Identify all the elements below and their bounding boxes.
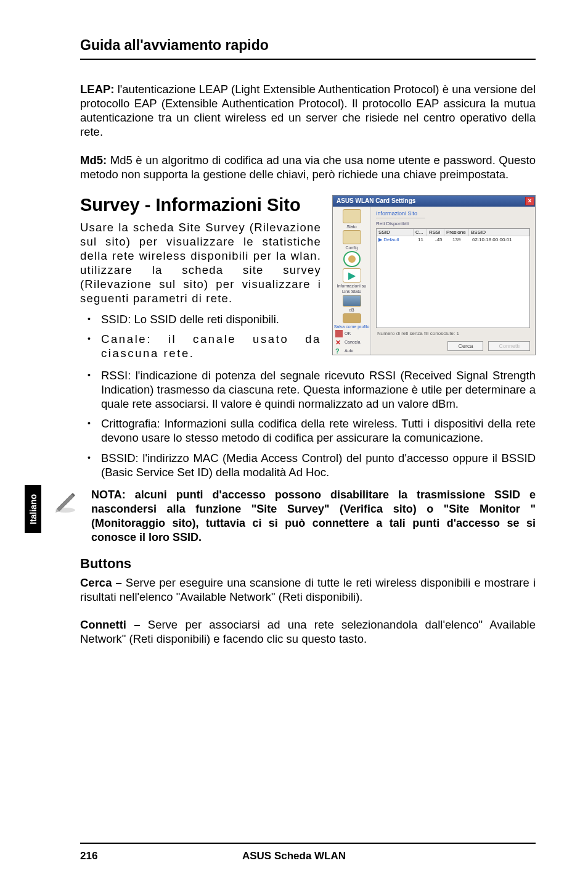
connetti-text: Serve per associarsi ad una rete selezio…	[80, 618, 536, 645]
question-icon: ?	[335, 347, 343, 355]
cerca-button[interactable]: Cerca	[447, 341, 483, 351]
network-table: SSID C... RSSI Presione BSSID ▶ Default …	[376, 228, 530, 328]
connetti-label: Connetti –	[80, 618, 141, 631]
sidebar-arrow-icon[interactable]: ▶	[343, 268, 361, 283]
th-ssid[interactable]: SSID	[377, 229, 414, 236]
th-rssi[interactable]: RSSI	[427, 229, 444, 236]
md5-text: Md5 è un algoritmo di codifica ad una vi…	[80, 154, 536, 181]
two-column-block: Survey - Informazioni Sito Usare la sche…	[80, 195, 536, 366]
cerca-label: Cerca –	[80, 576, 122, 589]
footer-title: ASUS Scheda WLAN	[242, 850, 346, 862]
bullet-canale: Canale: il canale usato da ciascuna rete…	[80, 332, 321, 360]
buttons-heading: Buttons	[80, 556, 536, 572]
header-rule	[80, 59, 536, 60]
rssi-text: l'indicazione di potenza del segnale ric…	[101, 369, 536, 410]
auto-label: Auto	[345, 349, 353, 353]
settings-screenshot: ASUS WLAN Card Settings × Stato Config ▶…	[332, 195, 536, 355]
bullet-list-left: SSID: Lo SSID delle reti disponibili. Ca…	[80, 312, 321, 360]
canale-label: Canale:	[101, 332, 152, 345]
pencil-icon	[53, 488, 80, 516]
survey-intro: Usare la scheda Site Survey (Rilevazione…	[80, 220, 321, 306]
sidebar-link-label: Link Stato	[342, 289, 361, 294]
x-icon: ✕	[335, 339, 343, 346]
leap-label: LEAP:	[80, 83, 115, 96]
window-title: ASUS WLAN Card Settings	[337, 197, 415, 204]
sidebar-info-label: Informazioni su	[337, 284, 366, 288]
critto-label: Crittografia:	[101, 417, 160, 430]
tab-info-sito[interactable]: Informazioni Sito	[376, 210, 425, 218]
ok-label: OK	[345, 331, 351, 336]
row-r2: 139	[452, 237, 467, 242]
page-number: 216	[80, 850, 97, 862]
ssid-text: Lo SSID delle reti disponibili.	[131, 313, 279, 326]
bssid-text: l'indirizzo MAC (Media Access Control) d…	[101, 452, 536, 479]
row-r1: -45	[435, 237, 447, 242]
note-text: NOTA: alcuni punti d'accesso possono dis…	[91, 488, 536, 545]
sidebar-stato-icon[interactable]	[343, 209, 361, 223]
bullet-ssid: SSID: Lo SSID delle reti disponibili.	[80, 312, 321, 326]
cancel-row[interactable]: ✕Cancela	[335, 339, 361, 346]
window-body: Stato Config ▶ Informazioni su Link Stat…	[333, 207, 535, 355]
footer-rule	[80, 843, 536, 844]
sidebar-save-icon[interactable]	[343, 313, 361, 323]
sidebar-stato-label: Stato	[346, 225, 356, 229]
auto-row[interactable]: ?Auto	[335, 347, 353, 355]
footer-row: 216 ASUS Scheda WLAN	[80, 850, 536, 862]
cerca-text: Serve per eseguire una scansione di tutt…	[80, 576, 536, 603]
page-footer: 216 ASUS Scheda WLAN	[0, 843, 588, 862]
leap-text: l'autenticazione LEAP (Light Extensible …	[80, 83, 536, 138]
sidebar-bottom-icons: OK ✕Cancela ?Auto	[333, 330, 370, 355]
ssid-label: SSID:	[101, 313, 131, 326]
sidebar-config-label: Config	[345, 245, 357, 250]
subtab-reti: Reti Disponibili	[376, 221, 530, 226]
left-column: Survey - Informazioni Sito Usare la sche…	[80, 195, 321, 366]
bullet-rssi: RSSI: l'indicazione di potenza del segna…	[80, 368, 536, 411]
status-text: Numero di reti senza fili conosciute: 1	[376, 328, 530, 339]
close-icon[interactable]: ×	[525, 197, 534, 205]
ok-row[interactable]: OK	[335, 330, 351, 337]
critto-text: Informazioni sulla codifica della rete w…	[101, 417, 536, 444]
sidebar-info-icon[interactable]	[343, 251, 361, 268]
cancel-label: Cancela	[345, 340, 361, 344]
sidebar-db-label: dB	[349, 308, 354, 312]
paragraph-connetti: Connetti – Serve per associarsi ad una r…	[80, 617, 536, 646]
pin-icon	[335, 330, 343, 337]
page-header-title: Guida all'avviamento rapido	[80, 37, 536, 54]
paragraph-leap: LEAP: l'autenticazione LEAP (Light Exten…	[80, 82, 536, 139]
paragraph-cerca: Cerca – Serve per eseguire una scansione…	[80, 576, 536, 604]
row-bssid: 62:10:18:00:00:01	[472, 237, 528, 242]
th-pres[interactable]: Presione	[444, 229, 469, 236]
bullet-list-full: RSSI: l'indicazione di potenza del segna…	[80, 368, 536, 479]
row-c: 11	[418, 237, 430, 242]
bssid-label: BSSID:	[101, 452, 139, 464]
table-header: SSID C... RSSI Presione BSSID	[377, 229, 529, 236]
paragraph-md5: Md5: Md5 è un algoritmo di codifica ad u…	[80, 153, 536, 181]
note-block: NOTA: alcuni punti d'accesso possono dis…	[80, 488, 536, 545]
sidebar-save-label: Salva come profilo	[334, 324, 370, 329]
window-sidebar: Stato Config ▶ Informazioni su Link Stat…	[333, 207, 371, 355]
md5-label: Md5:	[80, 154, 107, 167]
table-row[interactable]: ▶ Default 11 -45 139 62:10:18:00:00:01	[377, 236, 529, 243]
th-bssid[interactable]: BSSID	[469, 229, 529, 236]
section-title: Survey - Informazioni Sito	[80, 195, 321, 215]
row-ssid: ▶ Default	[378, 237, 413, 242]
window-main: Informazioni Sito Reti Disponibili SSID …	[371, 207, 535, 355]
th-c[interactable]: C...	[414, 229, 427, 236]
bullet-crittografia: Crittografia: Informazioni sulla codific…	[80, 416, 536, 445]
sidebar-db-icon[interactable]	[343, 295, 361, 307]
connetti-button[interactable]: Connetti	[488, 341, 530, 351]
page-container: Guida all'avviamento rapido LEAP: l'aute…	[0, 0, 588, 887]
window-titlebar: ASUS WLAN Card Settings ×	[333, 196, 535, 207]
rssi-label: RSSI:	[101, 369, 131, 382]
bullet-bssid: BSSID: l'indirizzo MAC (Media Access Con…	[80, 451, 536, 479]
svg-point-0	[348, 255, 356, 263]
button-row: Cerca Connetti	[376, 339, 530, 351]
sidebar-config-icon[interactable]	[343, 230, 361, 244]
